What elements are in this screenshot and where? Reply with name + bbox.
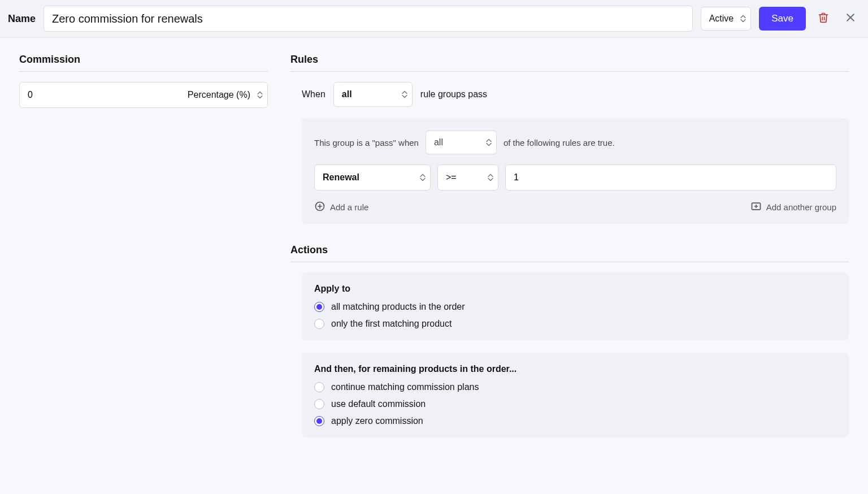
when-value: all (342, 89, 352, 99)
rule-value-input[interactable] (505, 164, 836, 190)
radio-icon (314, 399, 324, 409)
radio-icon (314, 382, 324, 392)
group-suffix: of the following rules are true. (504, 138, 615, 148)
chevron-updown-icon (486, 139, 492, 146)
editor-body: Commission Percentage (%) Rules When all (0, 38, 868, 466)
plus-circle-icon (314, 201, 326, 214)
commission-type-select[interactable]: Percentage (%) (180, 83, 267, 107)
group-match-value: all (434, 137, 443, 148)
commission-row: Percentage (%) (19, 82, 268, 108)
add-rule-button[interactable]: Add a rule (314, 201, 368, 214)
group-prefix: This group is a "pass" when (314, 138, 419, 148)
group-match-select[interactable]: all (426, 131, 497, 154)
rules-title: Rules (290, 54, 849, 72)
rule-field-value: Renewal (323, 172, 359, 183)
remaining-card: And then, for remaining products in the … (302, 353, 849, 437)
apply-to-heading: Apply to (314, 284, 836, 294)
when-select[interactable]: all (333, 82, 413, 107)
chevron-updown-icon (402, 91, 407, 98)
rules-actions-column: Rules When all rule groups pass This gro… (290, 54, 849, 450)
remaining-option[interactable]: apply zero commission (314, 416, 836, 426)
remaining-option[interactable]: use default commission (314, 399, 836, 409)
when-label: When (302, 89, 326, 99)
actions-title: Actions (290, 244, 849, 262)
commission-column: Commission Percentage (%) (19, 54, 268, 450)
add-group-button[interactable]: Add another group (750, 201, 836, 214)
chevron-updown-icon (488, 174, 493, 181)
rule-op-select[interactable]: >= (437, 164, 498, 190)
rule-op-value: >= (446, 172, 457, 183)
close-button[interactable] (841, 9, 860, 28)
status-value: Active (709, 14, 734, 24)
radio-icon (314, 416, 324, 426)
remaining-option[interactable]: continue matching commission plans (314, 382, 836, 392)
name-input[interactable] (44, 6, 693, 32)
commission-value-input[interactable] (20, 83, 180, 107)
group-head: This group is a "pass" when all of the f… (314, 131, 836, 154)
chevron-updown-icon (740, 15, 746, 23)
name-label: Name (8, 13, 36, 25)
chevron-updown-icon (420, 174, 426, 181)
add-group-label: Add another group (766, 202, 836, 212)
radio-label: apply zero commission (331, 416, 423, 426)
editor-header: Name Active Save (0, 0, 868, 38)
radio-label: all matching products in the order (331, 302, 465, 312)
apply-to-option[interactable]: only the first matching product (314, 319, 836, 329)
close-icon (845, 12, 856, 25)
save-button[interactable]: Save (759, 7, 806, 31)
when-suffix: rule groups pass (420, 89, 487, 99)
add-rule-label: Add a rule (330, 202, 368, 212)
apply-to-card: Apply to all matching products in the or… (302, 272, 849, 340)
radio-icon (314, 302, 324, 312)
trash-icon (818, 12, 829, 25)
rule-group: This group is a "pass" when all of the f… (302, 118, 849, 224)
rule-row: Renewal >= (314, 164, 836, 190)
chevron-updown-icon (257, 92, 263, 99)
commission-title: Commission (19, 54, 268, 72)
radio-icon (314, 319, 324, 329)
apply-to-option[interactable]: all matching products in the order (314, 302, 836, 312)
radio-label: continue matching commission plans (331, 382, 479, 392)
rule-field-select[interactable]: Renewal (314, 164, 431, 190)
status-select[interactable]: Active (701, 7, 752, 31)
group-footer: Add a rule Add another group (314, 201, 836, 214)
radio-label: use default commission (331, 399, 426, 409)
remaining-heading: And then, for remaining products in the … (314, 364, 836, 374)
radio-label: only the first matching product (331, 319, 452, 329)
delete-button[interactable] (814, 9, 833, 28)
when-line: When all rule groups pass (302, 82, 849, 107)
add-group-icon (750, 201, 762, 214)
commission-type-value: Percentage (%) (188, 90, 250, 100)
